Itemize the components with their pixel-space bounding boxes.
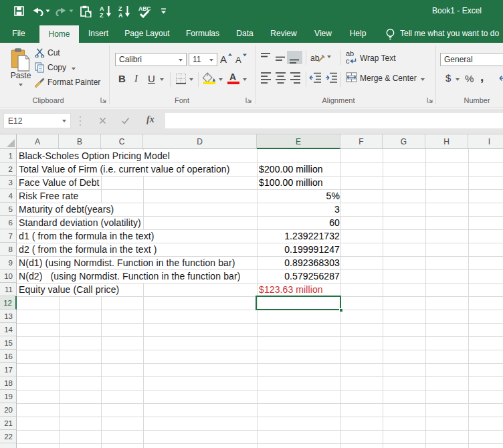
cell-e11[interactable]: $123.63 million — [259, 284, 323, 296]
column-header-i[interactable]: I — [468, 134, 503, 149]
font-name-combo-dropdown-icon[interactable] — [179, 59, 183, 62]
format-painter-label[interactable]: Format Painter — [47, 78, 100, 87]
font-size-combo-dropdown-icon[interactable] — [209, 59, 213, 62]
row-header-8[interactable]: 8 — [0, 243, 17, 256]
row-header-5[interactable]: 5 — [0, 203, 17, 216]
copy-icon[interactable] — [35, 62, 44, 73]
cut-label[interactable]: Cut — [47, 48, 60, 58]
column-header-e[interactable]: E — [257, 134, 340, 149]
align-left-icon[interactable] — [261, 72, 272, 84]
undo-dropdown-icon[interactable] — [45, 9, 50, 13]
cell-e5[interactable]: 3 — [334, 203, 340, 216]
column-header-d[interactable]: D — [143, 134, 257, 149]
row-header-23[interactable] — [0, 443, 17, 448]
cell-a2[interactable]: Total Value of Firm (i.e. current value … — [19, 163, 230, 176]
row-header-14[interactable]: 14 — [0, 323, 17, 336]
comma-format-button[interactable]: , — [480, 70, 484, 84]
row-header-19[interactable]: 19 — [0, 390, 17, 403]
wrap-text-label[interactable]: Wrap Text — [360, 53, 396, 63]
cell-a6[interactable]: Standard deviation (volatility) — [19, 217, 141, 229]
fill-color-icon[interactable] — [202, 72, 217, 82]
spelling-icon[interactable]: ABC — [138, 5, 151, 18]
cell-a4[interactable]: Risk Free rate — [19, 190, 78, 203]
tab-data[interactable]: Data — [226, 24, 264, 43]
tell-me-box[interactable]: Tell me what you want to do — [400, 24, 499, 43]
row-header-17[interactable]: 17 — [0, 363, 17, 376]
currency-dropdown-icon[interactable] — [456, 78, 460, 81]
selected-cell-box[interactable] — [256, 296, 341, 310]
sort-az-icon[interactable]: AZ — [100, 5, 112, 18]
cut-icon[interactable] — [35, 48, 45, 58]
paste-button[interactable]: Paste — [5, 44, 36, 92]
cell-e3[interactable]: $100.00 million — [259, 177, 323, 189]
row-header-16[interactable]: 16 — [0, 350, 17, 363]
tab-view[interactable]: View — [304, 24, 342, 43]
row-header-20[interactable]: 20 — [0, 403, 17, 417]
row-header-1[interactable]: 1 — [0, 149, 17, 162]
align-middle-icon[interactable] — [276, 52, 287, 64]
font-color-dropdown-icon[interactable] — [243, 78, 247, 81]
cell-e2[interactable]: $200.00 million — [259, 163, 323, 176]
row-header-3[interactable]: 3 — [0, 176, 17, 189]
row-header-6[interactable]: 6 — [0, 216, 17, 229]
fill-color-dropdown-icon[interactable] — [219, 78, 223, 81]
column-header-b[interactable]: B — [59, 134, 101, 149]
cell-a3[interactable]: Face Value of Debt — [19, 177, 100, 189]
wrap-text-icon[interactable]: abc — [346, 50, 357, 64]
save-icon[interactable] — [14, 6, 24, 16]
alignment-dialog-launcher[interactable] — [427, 97, 434, 104]
italic-button[interactable]: I — [134, 73, 138, 84]
customize-qat-icon[interactable] — [161, 8, 167, 14]
undo-icon[interactable] — [33, 6, 43, 16]
font-color-icon[interactable]: A — [229, 72, 236, 82]
select-all-corner[interactable] — [0, 134, 17, 149]
sort-za-icon[interactable]: ZA — [118, 5, 131, 18]
enter-icon[interactable] — [121, 117, 130, 124]
row-header-11[interactable]: 11 — [0, 283, 17, 296]
row-header-9[interactable]: 9 — [0, 256, 17, 269]
orientation-icon[interactable]: ab — [310, 51, 325, 64]
tab-file[interactable]: File — [3, 24, 34, 43]
cell-a1[interactable]: Black-Scholes Option Pricing Model — [19, 150, 170, 162]
increase-indent-icon[interactable] — [325, 72, 338, 84]
tab-insert[interactable]: Insert — [79, 24, 118, 43]
orientation-dropdown-icon[interactable] — [327, 55, 331, 58]
tab-help[interactable]: Help — [339, 24, 377, 43]
cell-e7[interactable]: 1.239221732 — [284, 230, 340, 243]
number-format-combo[interactable]: General — [440, 53, 503, 66]
cell-e9[interactable]: 0.892368303 — [284, 257, 340, 269]
tab-formulas[interactable]: Formulas — [175, 24, 231, 43]
cell-a7[interactable]: d1 ( from the formula in the text) — [19, 230, 155, 243]
row-header-7[interactable]: 7 — [0, 229, 17, 243]
cell-a11[interactable]: Equity value (Call price) — [19, 284, 119, 296]
merge-center-label[interactable]: Merge & Center — [360, 74, 417, 83]
copy-dropdown-icon[interactable] — [72, 68, 76, 70]
row-header-21[interactable]: 21 — [0, 417, 17, 430]
underline-button[interactable]: U — [148, 73, 155, 84]
copy-label[interactable]: Copy — [47, 63, 66, 72]
insert-function-icon[interactable]: fx — [146, 114, 155, 125]
cell-a9[interactable]: N(d1) (using Normdist. Function in the f… — [19, 257, 235, 269]
column-header-h[interactable]: H — [425, 134, 468, 149]
merge-center-icon[interactable] — [346, 72, 357, 82]
column-header-f[interactable]: F — [340, 134, 383, 149]
row-header-10[interactable]: 10 — [0, 269, 17, 283]
clipboard-dialog-launcher[interactable] — [100, 97, 108, 104]
name-box-dropdown-icon[interactable] — [62, 120, 66, 122]
tab-page-layout[interactable]: Page Layout — [119, 24, 175, 43]
font-dialog-launcher[interactable] — [245, 97, 253, 104]
shrink-font-icon[interactable]: A — [235, 52, 248, 65]
row-header-22[interactable]: 22 — [0, 430, 17, 443]
row-header-15[interactable]: 15 — [0, 336, 17, 350]
row-header-2[interactable]: 2 — [0, 162, 17, 176]
grow-font-icon[interactable]: A — [220, 52, 233, 65]
percent-format-button[interactable]: % — [465, 73, 474, 84]
column-header-g[interactable]: G — [383, 134, 425, 149]
row-header-4[interactable]: 4 — [0, 189, 17, 203]
fill-handle[interactable] — [339, 308, 343, 312]
underline-dropdown-icon[interactable] — [160, 78, 164, 81]
row-header-13[interactable]: 13 — [0, 310, 17, 323]
tab-home[interactable]: Home — [39, 25, 79, 43]
font-size-combo[interactable]: 11 — [189, 53, 217, 66]
align-center-icon[interactable] — [276, 72, 287, 84]
